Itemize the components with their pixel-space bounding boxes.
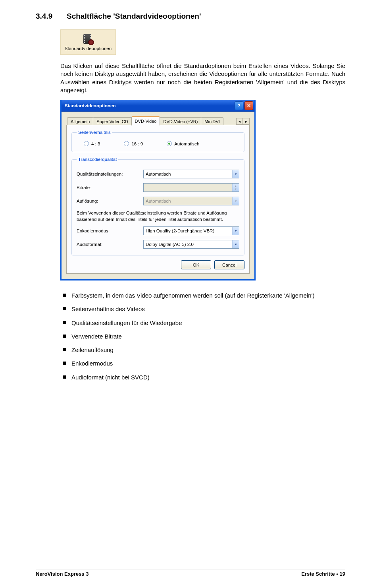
aspect-legend: Seitenverhältnis: [77, 130, 112, 135]
feature-list: Farbsystem, in dem das Video aufgenommen…: [60, 292, 345, 381]
tab-svcd[interactable]: Super Video CD: [93, 117, 131, 125]
tab-strip: Allgemein Super Video CD DVD-Video DVD-V…: [66, 116, 250, 125]
tab-scroll-right[interactable]: ▸: [243, 118, 250, 125]
footer-right: Erste Schritte • 19: [301, 571, 345, 577]
radio-icon: [84, 141, 89, 146]
audio-label: Audioformat:: [77, 242, 143, 247]
encode-combo[interactable]: High Quality (2-Durchgänge VBR) ▾: [143, 226, 239, 235]
cancel-label: Cancel: [222, 263, 237, 267]
ok-label: OK: [193, 263, 200, 267]
quality-group: Transcodierqualität Qualitätseinstellung…: [71, 157, 244, 255]
filmstrip-icon: [82, 33, 94, 45]
std-video-options-button[interactable]: Standardvideooptionen: [60, 29, 116, 55]
chevron-down-icon: ▾: [232, 170, 239, 178]
chevron-left-icon: ◂: [239, 119, 241, 124]
encode-label: Enkodiermodus:: [77, 228, 143, 233]
list-item: Enkodiermodus: [60, 360, 345, 368]
cancel-button[interactable]: Cancel: [214, 260, 244, 269]
audio-value: Dolby Digital (AC-3) 2.0: [146, 242, 194, 247]
list-item: Farbsystem, in dem das Video aufgenommen…: [60, 292, 345, 300]
help-button[interactable]: ?: [235, 101, 243, 110]
tab-minidvi[interactable]: MiniDVI: [201, 117, 223, 125]
resolution-label: Auflösung:: [77, 199, 143, 203]
audio-combo[interactable]: Dolby Digital (AC-3) 2.0 ▾: [143, 240, 239, 249]
radio-label: 4 : 3: [91, 141, 100, 146]
section-heading: 3.4.9Schaltfläche 'Standardvideooptionen…: [36, 12, 345, 21]
encode-value: High Quality (2-Durchgänge VBR): [146, 228, 214, 233]
spinner-arrows-icon: ▴▾: [232, 184, 239, 191]
radio-icon: [167, 141, 172, 146]
tab-panel: Seitenverhältnis 4 : 3 16 : 9 Automatisc…: [66, 125, 250, 274]
chevron-down-icon: ▾: [232, 227, 239, 235]
toolbar-button-label: Standardvideooptionen: [65, 46, 112, 51]
tab-dvd-video[interactable]: DVD-Video: [131, 116, 160, 126]
dialog-titlebar: Standardvideooptionen ? ✕: [62, 100, 254, 112]
list-item: Zeilenauflösung: [60, 346, 345, 354]
quality-label: Qualitätseinstellungen:: [77, 172, 143, 176]
tab-allgemein[interactable]: Allgemein: [67, 117, 93, 125]
quality-note: Beim Verwenden dieser Qualitätseinstellu…: [77, 210, 239, 222]
footer-left: NeroVision Express 3: [36, 571, 89, 577]
tab-dvd-video-vr[interactable]: DVD-Video (+VR): [160, 117, 201, 125]
resolution-value: Automatisch: [146, 199, 171, 203]
tab-scroll-left[interactable]: ◂: [236, 118, 243, 125]
radio-label: 16 : 9: [131, 141, 143, 146]
bitrate-spinner[interactable]: ▴▾: [143, 183, 239, 192]
aspect-auto[interactable]: Automatisch: [167, 141, 199, 146]
quality-legend: Transcodierqualität: [77, 157, 118, 162]
list-item: Audioformat (nicht bei SVCD): [60, 373, 345, 381]
bitrate-label: Bitrate:: [77, 185, 143, 190]
radio-icon: [124, 141, 129, 146]
page-footer: NeroVision Express 3 Erste Schritte • 19: [36, 569, 345, 577]
aspect-16-9[interactable]: 16 : 9: [124, 141, 143, 146]
list-item: Seitenverhältnis des Videos: [60, 305, 345, 313]
chevron-down-icon: ▾: [232, 197, 239, 205]
paragraph-1: Das Klicken auf diese Schaltfläche öffne…: [60, 62, 345, 94]
list-item: Qualitätseinstellungen für die Wiedergab…: [60, 319, 345, 327]
quality-value: Automatisch: [146, 172, 171, 176]
radio-label: Automatisch: [174, 141, 199, 146]
section-number: 3.4.9: [36, 12, 67, 21]
aspect-4-3[interactable]: 4 : 3: [84, 141, 100, 146]
section-title: Schaltfläche 'Standardvideooptionen': [67, 12, 201, 20]
chevron-down-icon: ▾: [232, 240, 239, 248]
quality-combo[interactable]: Automatisch ▾: [143, 170, 239, 178]
list-item: Verwendete Bitrate: [60, 333, 345, 340]
chevron-right-icon: ▸: [245, 119, 247, 124]
ok-button[interactable]: OK: [181, 260, 211, 269]
resolution-combo[interactable]: Automatisch ▾: [143, 197, 239, 205]
close-button[interactable]: ✕: [244, 101, 253, 110]
dialog-title: Standardvideooptionen: [65, 103, 115, 108]
std-video-options-dialog: Standardvideooptionen ? ✕ Allgemein Supe…: [60, 100, 256, 280]
aspect-group: Seitenverhältnis 4 : 3 16 : 9 Automatisc…: [71, 130, 244, 152]
